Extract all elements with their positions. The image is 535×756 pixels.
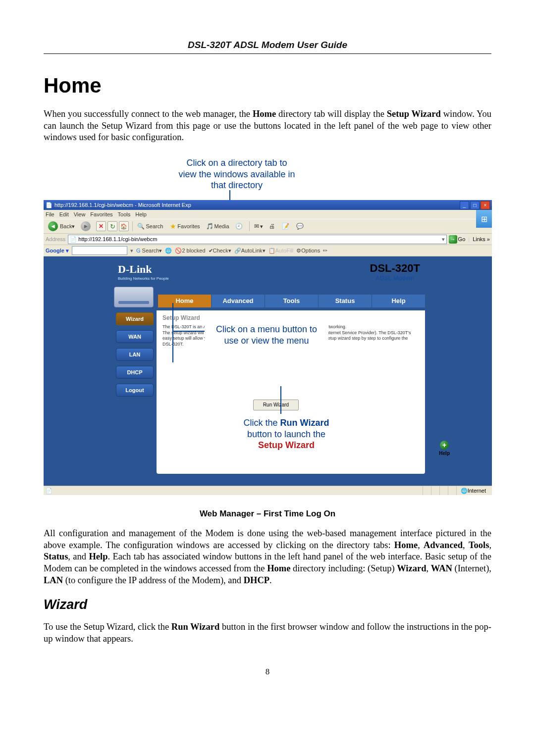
page-header: DSL-320T ADSL Modem User Guide bbox=[44, 40, 491, 54]
google-pagerank[interactable]: 🌐 bbox=[165, 248, 172, 254]
address-value: http://192.168.1.1/cgi-bin/webcm bbox=[78, 236, 157, 242]
ie-titlebar: 📄 http://192.168.1.1/cgi-bin/webcm - Mic… bbox=[44, 200, 492, 210]
ie-toolbar: ◄Back ▾ ► ✕ ↻ 🏠 🔍Search ★Favorites 🎵Medi… bbox=[44, 219, 492, 234]
screenshot-figure: Click on a directory tab to view the win… bbox=[44, 154, 492, 501]
status-progress-icon: 📄 bbox=[46, 488, 53, 494]
ie-logo-icon: ⊞ bbox=[476, 210, 492, 228]
edit-button[interactable]: 📝 bbox=[279, 220, 293, 232]
google-search-input[interactable] bbox=[72, 246, 127, 255]
paragraph-3: To use the Setup Wizard, click the Run W… bbox=[44, 621, 491, 645]
google-label[interactable]: Google ▾ bbox=[46, 248, 69, 254]
page-number: 8 bbox=[44, 667, 491, 677]
heading-wizard: Wizard bbox=[44, 597, 491, 612]
sidebar-logout-button[interactable]: Logout bbox=[116, 384, 154, 397]
intro-paragraph: When you successfully connect to the web… bbox=[44, 108, 491, 144]
menu-help[interactable]: Help bbox=[135, 211, 147, 217]
menu-file[interactable]: File bbox=[46, 211, 54, 217]
menu-edit[interactable]: Edit bbox=[59, 211, 69, 217]
tab-status[interactable]: Status bbox=[318, 295, 372, 307]
tab-advanced[interactable]: Advanced bbox=[211, 295, 265, 307]
window-maximize-button[interactable]: □ bbox=[470, 201, 480, 209]
favorites-button[interactable]: ★Favorites bbox=[166, 220, 202, 232]
history-button[interactable]: 🕘 bbox=[233, 220, 246, 232]
dlink-logo: D-Link bbox=[118, 263, 169, 276]
sidebar-dhcp-button[interactable]: DHCP bbox=[116, 366, 154, 379]
callout-mid: Click on a menu button to use or view th… bbox=[205, 321, 328, 349]
dlink-tagline: Building Networks for People bbox=[118, 276, 169, 281]
callout-bottom: Click the Run Wizard button to launch th… bbox=[224, 414, 349, 454]
ie-favicon: 📄 bbox=[46, 202, 53, 208]
ie-statusbar: 📄 🌐 Internet bbox=[44, 486, 492, 495]
discuss-button[interactable]: 💬 bbox=[294, 220, 307, 232]
callout-top: Click on a directory tab to view the win… bbox=[172, 154, 301, 194]
tab-help[interactable]: Help bbox=[372, 295, 425, 307]
google-search-button[interactable]: G Search ▾ bbox=[136, 248, 162, 254]
address-label: Address bbox=[46, 236, 65, 242]
window-close-button[interactable]: × bbox=[481, 201, 490, 209]
heading-home: Home bbox=[44, 74, 491, 98]
print-button[interactable]: 🖨 bbox=[267, 220, 278, 232]
connector bbox=[280, 386, 281, 415]
paragraph-2: All configuration and management of the … bbox=[44, 528, 491, 586]
brand-row: D-Link Building Networks for People DSL-… bbox=[113, 259, 425, 285]
refresh-button[interactable]: ↻ bbox=[107, 221, 117, 231]
menu-tools[interactable]: Tools bbox=[118, 211, 131, 217]
back-button[interactable]: ◄Back ▾ bbox=[46, 220, 77, 232]
tab-home[interactable]: Home bbox=[158, 295, 211, 307]
sidebar-wizard-button[interactable]: Wizard bbox=[116, 312, 154, 325]
home-button[interactable]: 🏠 bbox=[119, 221, 129, 231]
connector bbox=[172, 331, 205, 332]
go-button[interactable]: → bbox=[449, 235, 457, 244]
google-check[interactable]: ✔ Check ▾ bbox=[209, 248, 231, 254]
panel-title: Setup Wizard bbox=[162, 314, 419, 321]
google-blocked[interactable]: 🚫 2 blocked bbox=[175, 248, 205, 254]
side-nav: Wizard WAN LAN DHCP Logout bbox=[113, 310, 157, 474]
mail-button[interactable]: ✉▾ bbox=[252, 220, 266, 232]
forward-button[interactable]: ► bbox=[78, 220, 95, 232]
model-name: DSL-320T bbox=[370, 262, 420, 275]
sidebar-lan-button[interactable]: LAN bbox=[116, 348, 154, 361]
connector bbox=[172, 303, 173, 362]
stop-button[interactable]: ✕ bbox=[96, 221, 106, 231]
plus-icon: + bbox=[440, 441, 449, 450]
help-label: Help bbox=[439, 451, 450, 456]
search-button[interactable]: 🔍Search bbox=[135, 220, 165, 232]
google-highlight[interactable]: ✏ bbox=[323, 248, 327, 254]
window-minimize-button[interactable]: _ bbox=[460, 201, 469, 209]
google-toolbar: Google ▾ ▾ G Search ▾ 🌐 🚫 2 blocked ✔ Ch… bbox=[44, 245, 492, 256]
menu-view[interactable]: View bbox=[74, 211, 86, 217]
google-autolink[interactable]: 🔗 AutoLink ▾ bbox=[234, 248, 266, 254]
media-button[interactable]: 🎵Media bbox=[204, 220, 232, 232]
run-wizard-button[interactable]: Run Wizard bbox=[253, 400, 299, 410]
links-label[interactable]: Links » bbox=[473, 236, 490, 242]
status-zone: 🌐 Internet bbox=[456, 486, 490, 495]
model-sub: ADSL Modem bbox=[370, 275, 420, 282]
address-input[interactable]: 📄 http://192.168.1.1/cgi-bin/webcm ▾ bbox=[68, 235, 446, 244]
google-options[interactable]: ⚙ Options bbox=[296, 248, 320, 254]
device-image bbox=[114, 287, 154, 307]
figure-caption: Web Manager – First Time Log On bbox=[44, 509, 491, 519]
google-autofill[interactable]: 📋 AutoFill bbox=[268, 248, 294, 254]
go-label: Go bbox=[458, 236, 466, 242]
menu-favorites[interactable]: Favorites bbox=[90, 211, 112, 217]
tab-tools[interactable]: Tools bbox=[265, 295, 318, 307]
ie-addressbar: Address 📄 http://192.168.1.1/cgi-bin/web… bbox=[44, 234, 492, 245]
help-icon-block[interactable]: + Help bbox=[439, 441, 450, 456]
ie-menubar: File Edit View Favorites Tools Help ⊞ bbox=[44, 210, 492, 219]
sidebar-wan-button[interactable]: WAN bbox=[116, 330, 154, 343]
ie-title-text: http://192.168.1.1/cgi-bin/webcm - Micro… bbox=[54, 202, 191, 208]
